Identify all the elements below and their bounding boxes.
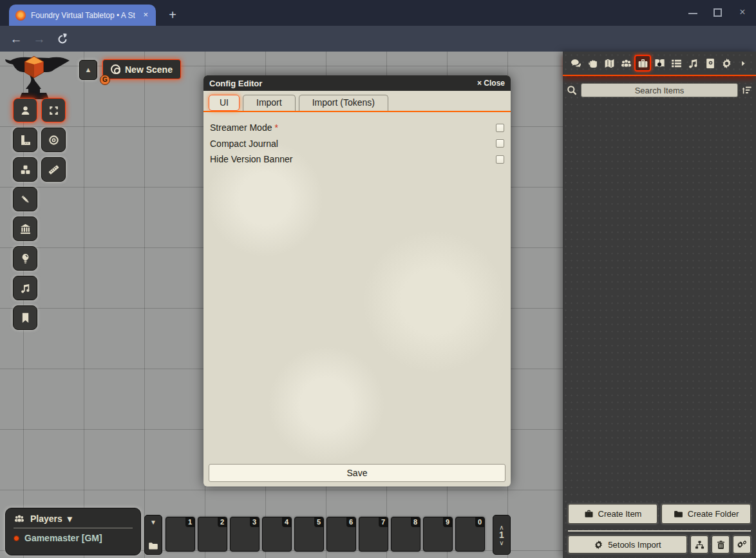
macro-folder-icon[interactable] bbox=[147, 541, 159, 551]
players-title: Players bbox=[30, 514, 62, 524]
minimize-icon bbox=[688, 13, 697, 14]
browser-toolbar: ← → i localhost:30000/game ☆ uO S D. oo … bbox=[0, 26, 756, 52]
field-label: Compact Journal bbox=[210, 139, 496, 149]
folder-tree-button[interactable] bbox=[690, 535, 708, 553]
tool-lighting[interactable] bbox=[13, 246, 37, 271]
macro-hotbar: 1 2 3 4 5 6 7 8 9 0 bbox=[165, 517, 485, 552]
gear-icon bbox=[594, 540, 603, 550]
save-button[interactable]: Save bbox=[209, 464, 506, 482]
caret-right-icon bbox=[739, 58, 747, 69]
macro-slot[interactable]: 3 bbox=[230, 517, 260, 552]
macro-slot[interactable]: 9 bbox=[423, 517, 453, 552]
players-panel: Players ▾ Gamemaster [GM] bbox=[5, 508, 141, 555]
macro-slot[interactable]: 8 bbox=[391, 517, 421, 552]
players-header[interactable]: Players ▾ bbox=[14, 514, 133, 528]
tool-token-controls[interactable] bbox=[13, 98, 37, 122]
tool-target-token[interactable] bbox=[41, 128, 66, 152]
foundry-logo[interactable] bbox=[4, 53, 72, 104]
tool-ruler-measure[interactable] bbox=[41, 157, 66, 182]
new-tab-button[interactable]: + bbox=[164, 6, 182, 24]
search-input[interactable] bbox=[581, 83, 738, 97]
chevron-down-icon: ▾ bbox=[68, 514, 72, 524]
field-label: Hide Version Banner bbox=[210, 154, 496, 164]
item-directory-list[interactable] bbox=[563, 102, 756, 501]
window-maximize-button[interactable] bbox=[708, 6, 728, 19]
slot-number: 8 bbox=[411, 517, 420, 527]
sidebar-tab-chat[interactable] bbox=[567, 55, 584, 72]
tab-import[interactable]: Import bbox=[243, 95, 296, 111]
gear-icon bbox=[721, 58, 732, 69]
collapse-nav-button[interactable]: ▲ bbox=[79, 60, 97, 80]
macro-slot[interactable]: 2 bbox=[198, 517, 227, 552]
tab-close-icon[interactable]: × bbox=[140, 10, 151, 21]
macro-slot[interactable]: 0 bbox=[455, 517, 485, 552]
window-close-button[interactable]: × bbox=[733, 6, 752, 19]
sidebar-tab-items[interactable] bbox=[634, 55, 651, 72]
new-scene-button[interactable]: New Scene bbox=[102, 59, 181, 79]
browser-tab[interactable]: Foundry Virtual Tabletop • A Stan × bbox=[9, 5, 156, 26]
tab-ui[interactable]: UI bbox=[209, 95, 240, 111]
settings-button[interactable] bbox=[733, 535, 751, 553]
sidebar-tab-settings[interactable] bbox=[718, 55, 735, 72]
create-item-button[interactable]: Create Item bbox=[568, 504, 657, 524]
fist-icon bbox=[587, 58, 598, 69]
lightbulb-icon bbox=[20, 253, 31, 264]
music-note-icon bbox=[20, 283, 31, 294]
list-icon bbox=[671, 58, 682, 69]
macro-slot[interactable]: 1 bbox=[165, 517, 195, 552]
hide-version-banner-checkbox[interactable] bbox=[496, 155, 504, 164]
dialog-title: Config Editor bbox=[209, 79, 477, 88]
sidebar-tab-compendium[interactable] bbox=[701, 55, 718, 72]
streamer-mode-checkbox[interactable] bbox=[496, 124, 504, 132]
hotbar-controls: ▼ bbox=[144, 515, 162, 555]
maximize-icon bbox=[713, 8, 722, 17]
tool-drawings[interactable] bbox=[13, 187, 37, 211]
gm-badge: G bbox=[100, 75, 110, 85]
macro-slot[interactable]: 5 bbox=[294, 517, 324, 552]
expand-icon bbox=[48, 105, 59, 116]
slot-number: 2 bbox=[218, 517, 227, 527]
5etools-import-button[interactable]: 5etools Import bbox=[568, 535, 687, 553]
compact-journal-checkbox[interactable] bbox=[496, 139, 504, 148]
sidebar-tab-scenes[interactable] bbox=[601, 55, 618, 72]
tool-select-tokens[interactable] bbox=[41, 98, 66, 122]
macro-slot[interactable]: 4 bbox=[262, 517, 292, 552]
back-button[interactable]: ← bbox=[8, 31, 24, 48]
cubes-icon bbox=[20, 164, 31, 175]
foundry-favicon-icon bbox=[15, 10, 26, 21]
sidebar: Create Item Create Folder 5etools Import bbox=[563, 52, 756, 558]
game-canvas[interactable]: ▲ New Scene G Config Editor × Close UI I… bbox=[0, 52, 756, 558]
dialog-close-button[interactable]: × Close bbox=[477, 79, 505, 88]
tool-measurement[interactable] bbox=[13, 128, 37, 152]
tool-sounds[interactable] bbox=[13, 276, 37, 300]
tool-notes[interactable] bbox=[13, 305, 37, 330]
slot-number: 4 bbox=[282, 517, 291, 527]
slot-number: 5 bbox=[314, 517, 323, 527]
sidebar-tab-tables[interactable] bbox=[668, 55, 685, 72]
tool-walls[interactable] bbox=[13, 216, 37, 241]
sidebar-tab-actors[interactable] bbox=[618, 55, 634, 72]
label-text: Streamer Mode bbox=[210, 122, 272, 133]
sidebar-tab-combat[interactable] bbox=[584, 55, 601, 72]
sidebar-tab-playlists[interactable] bbox=[685, 55, 701, 72]
reload-button[interactable] bbox=[54, 31, 71, 48]
delete-button[interactable] bbox=[712, 535, 730, 553]
sidebar-collapse-button[interactable] bbox=[735, 55, 751, 72]
book-icon bbox=[704, 58, 715, 69]
tool-tiles[interactable] bbox=[13, 157, 37, 182]
create-folder-button[interactable]: Create Folder bbox=[661, 504, 751, 524]
music-note-icon bbox=[688, 58, 699, 69]
forward-button[interactable]: → bbox=[31, 31, 48, 48]
dialog-form: Streamer Mode * Compact Journal Hide Ver… bbox=[203, 112, 511, 175]
page-down-button[interactable]: ∨ bbox=[499, 540, 504, 546]
dialog-titlebar[interactable]: Config Editor × Close bbox=[203, 75, 511, 91]
macro-slot[interactable]: 6 bbox=[326, 517, 356, 552]
sort-icon[interactable] bbox=[742, 85, 752, 95]
field-streamer-mode: Streamer Mode * bbox=[210, 120, 504, 136]
window-minimize-button[interactable] bbox=[684, 6, 703, 19]
bookmark-icon bbox=[20, 313, 31, 323]
hotbar-collapse-button[interactable]: ▼ bbox=[150, 519, 156, 526]
tab-import-tokens[interactable]: Import (Tokens) bbox=[299, 95, 388, 111]
macro-slot[interactable]: 7 bbox=[359, 517, 388, 552]
online-status-dot bbox=[14, 535, 19, 541]
